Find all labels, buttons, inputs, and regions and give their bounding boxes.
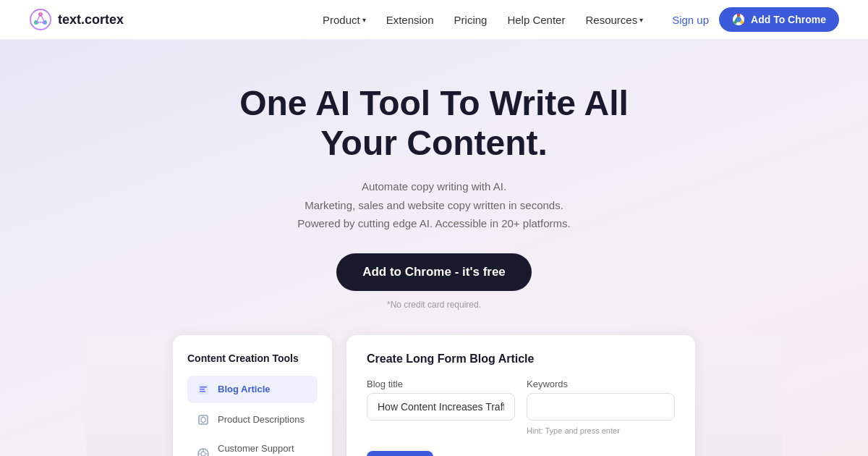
content-tools-card: Content Creation Tools Blog Article <box>173 335 332 456</box>
create-blog-title: Create Long Form Blog Article <box>367 352 675 366</box>
create-blog-card: Create Long Form Blog Article Blog title… <box>346 335 695 456</box>
blog-title-label: Blog title <box>367 379 515 389</box>
svg-rect-11 <box>200 387 207 388</box>
svg-rect-12 <box>200 389 205 390</box>
nav-actions: Sign up Add To Chrome <box>672 7 839 32</box>
keywords-hint: Hint: Type and press enter <box>527 426 675 435</box>
tool-blog-article[interactable]: Blog Article <box>187 376 318 403</box>
keywords-group: Keywords Hint: Type and press enter <box>527 379 675 435</box>
nav-links: Product ▾ Extension Pricing Help Center … <box>323 14 643 26</box>
logo-text: text.cortex <box>58 12 124 28</box>
blog-title-input[interactable] <box>367 393 515 421</box>
blog-article-icon <box>196 382 210 397</box>
add-to-chrome-button[interactable]: Add To Chrome <box>719 7 839 32</box>
tool-product-descriptions[interactable]: Product Descriptions <box>187 406 318 434</box>
svg-point-16 <box>201 452 205 456</box>
product-descriptions-icon <box>196 413 210 427</box>
hero-section: One AI Tool To Write All Your Content. A… <box>0 40 868 456</box>
keywords-input[interactable] <box>527 393 675 421</box>
tool-customer-support[interactable]: Customer Support Email <box>187 436 318 456</box>
cards-section: Content Creation Tools Blog Article <box>86 335 782 456</box>
content-tools-title: Content Creation Tools <box>187 352 318 364</box>
nav-product[interactable]: Product ▾ <box>323 14 366 26</box>
nav-pricing[interactable]: Pricing <box>454 14 488 26</box>
chrome-icon <box>732 13 745 26</box>
hero-title: One AI Tool To Write All Your Content. <box>239 83 629 163</box>
logo[interactable]: text.cortex <box>29 8 124 31</box>
logo-icon <box>29 8 52 31</box>
svg-line-4 <box>41 14 45 22</box>
svg-line-5 <box>36 14 41 22</box>
navbar: text.cortex Product ▾ Extension Pricing … <box>0 0 868 40</box>
nav-resources[interactable]: Resources ▾ <box>585 14 643 26</box>
customer-support-icon <box>196 447 210 456</box>
nav-help-center[interactable]: Help Center <box>507 14 565 26</box>
form-row: Blog title Keywords Hint: Type and press… <box>367 379 675 435</box>
create-button[interactable]: Create <box>367 451 433 456</box>
hero-cta-button[interactable]: Add to Chrome - it's free <box>336 253 532 291</box>
blog-title-group: Blog title <box>367 379 515 435</box>
no-credit-card-text: *No credit card required. <box>387 300 481 310</box>
hero-subtitle: Automate copy writing with AI. Marketing… <box>297 177 570 233</box>
svg-rect-13 <box>200 391 205 392</box>
nav-extension[interactable]: Extension <box>386 14 434 26</box>
sign-up-button[interactable]: Sign up <box>672 14 709 26</box>
svg-point-9 <box>736 17 741 22</box>
product-chevron-icon: ▾ <box>362 16 366 24</box>
resources-chevron-icon: ▾ <box>639 16 643 24</box>
keywords-label: Keywords <box>527 379 675 389</box>
